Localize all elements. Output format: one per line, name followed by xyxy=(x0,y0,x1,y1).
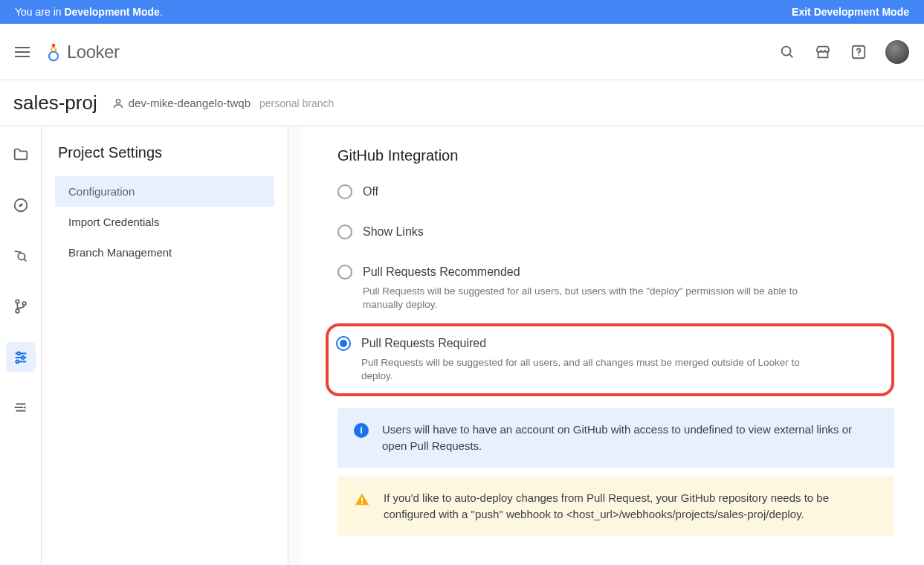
svg-point-7 xyxy=(116,99,120,103)
rail-files-icon[interactable] xyxy=(6,140,36,170)
help-icon[interactable] xyxy=(850,43,868,61)
branch-name: dev-mike-deangelo-twqb xyxy=(129,97,251,109)
brand-name: Looker xyxy=(67,42,119,62)
svg-point-2 xyxy=(49,51,58,60)
radio-pr-required[interactable] xyxy=(336,336,351,351)
icon-rail xyxy=(0,126,42,565)
sidebar-item-configuration[interactable]: Configuration xyxy=(55,176,274,207)
svg-rect-25 xyxy=(361,503,363,504)
marketplace-icon[interactable] xyxy=(814,43,832,61)
rail-format-icon[interactable] xyxy=(6,393,36,422)
sidebar: Project Settings Configuration Import Cr… xyxy=(42,126,288,565)
warning-alert: If you'd like to auto-deploy changes fro… xyxy=(337,477,894,536)
svg-point-18 xyxy=(21,356,24,359)
dev-mode-text: You are in Development Mode. xyxy=(15,6,163,18)
sidebar-item-branch-management[interactable]: Branch Management xyxy=(55,237,274,268)
svg-point-6 xyxy=(858,54,859,55)
svg-line-4 xyxy=(789,54,792,56)
svg-point-3 xyxy=(782,46,791,55)
info-alert: i Users will have to have an account on … xyxy=(337,408,894,468)
radio-show-links-label: Show Links xyxy=(363,224,424,240)
logo[interactable]: Looker xyxy=(46,42,119,62)
avatar[interactable] xyxy=(885,40,909,64)
branch-selector[interactable]: dev-mike-deangelo-twqb personal branch xyxy=(112,97,335,109)
radio-pr-recommended-label: Pull Requests Recommended xyxy=(363,264,520,280)
info-alert-text: Users will have to have an account on Gi… xyxy=(382,422,878,454)
svg-line-11 xyxy=(24,259,26,261)
looker-logo-icon xyxy=(46,42,61,62)
highlighted-option: Pull Requests Required Pull Requests wil… xyxy=(326,323,894,396)
project-name: sales-proj xyxy=(13,91,97,114)
branch-label: personal branch xyxy=(259,97,334,109)
radio-off[interactable] xyxy=(337,184,352,199)
svg-point-0 xyxy=(52,43,56,47)
svg-point-12 xyxy=(16,300,19,303)
user-icon xyxy=(112,97,124,109)
rail-compass-icon[interactable] xyxy=(6,190,36,220)
svg-point-20 xyxy=(16,361,19,364)
svg-rect-24 xyxy=(361,497,363,502)
app-header: Looker xyxy=(0,24,924,80)
search-icon[interactable] xyxy=(778,43,796,61)
radio-show-links[interactable] xyxy=(337,225,352,239)
warning-icon xyxy=(354,491,370,523)
info-icon: i xyxy=(354,423,369,454)
svg-point-16 xyxy=(17,352,20,355)
rail-git-icon[interactable] xyxy=(6,291,36,321)
rail-search-icon[interactable] xyxy=(6,241,36,271)
exit-dev-mode-link[interactable]: Exit Development Mode xyxy=(792,6,909,18)
svg-marker-9 xyxy=(19,203,23,207)
content-area: GitHub Integration Off Show Links Pull R… xyxy=(288,126,924,565)
menu-icon[interactable] xyxy=(15,43,33,61)
svg-point-13 xyxy=(16,309,19,313)
section-title: GitHub Integration xyxy=(337,147,894,164)
sidebar-item-import-credentials[interactable]: Import Credentials xyxy=(55,207,274,237)
svg-point-14 xyxy=(22,302,26,306)
dev-mode-banner: You are in Development Mode. Exit Develo… xyxy=(0,0,924,24)
sidebar-heading: Project Settings xyxy=(55,144,274,161)
radio-pr-recommended[interactable] xyxy=(337,265,352,280)
radio-pr-required-desc: Pull Requests will be suggested for all … xyxy=(361,356,822,383)
project-header: sales-proj dev-mike-deangelo-twqb person… xyxy=(0,80,924,126)
warning-alert-text: If you'd like to auto-deploy changes fro… xyxy=(384,490,878,523)
rail-settings-icon[interactable] xyxy=(6,342,36,372)
radio-pr-required-label: Pull Requests Required xyxy=(361,335,486,352)
svg-point-10 xyxy=(18,253,25,259)
radio-pr-recommended-desc: Pull Requests will be suggested for all … xyxy=(363,285,824,311)
radio-off-label: Off xyxy=(363,184,378,200)
